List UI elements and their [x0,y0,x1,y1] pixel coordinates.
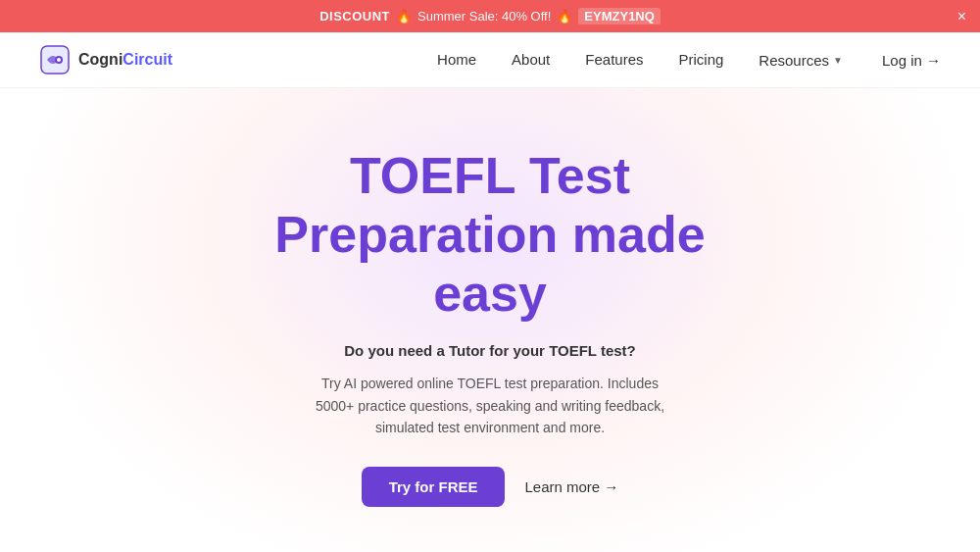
hero-description: Try AI powered online TOEFL test prepara… [314,373,666,438]
banner-emoji2: 🔥 [557,9,572,24]
cta-group: Try for FREE Learn more → [39,467,941,507]
nav-resources[interactable]: Resources [759,52,829,69]
navbar: CogniCircuit Home About Features Pricing… [0,32,980,88]
nav-pricing[interactable]: Pricing [678,51,723,68]
nav-about[interactable]: About [512,51,550,68]
hero-subtitle: Do you need a Tutor for your TOEFL test? [39,342,941,359]
logo-text: CogniCircuit [78,51,172,69]
chevron-down-icon: ▼ [833,55,843,66]
nav-home[interactable]: Home [437,51,476,68]
logo-link[interactable]: CogniCircuit [39,44,172,75]
banner-emoji1: 🔥 [396,9,412,24]
discount-label: DISCOUNT [319,9,390,24]
banner-text: Summer Sale: 40% Off! [417,9,551,24]
logo-icon [39,44,71,75]
login-button[interactable]: Log in → [882,52,941,69]
nav-features[interactable]: Features [585,51,643,68]
learn-more-link[interactable]: Learn more → [524,478,618,495]
nav-links: Home About Features Pricing Resources ▼ [437,51,843,69]
discount-banner: DISCOUNT 🔥 Summer Sale: 40% Off! 🔥 EYMZY… [0,0,980,32]
hero-headline: TOEFL Test Preparation made easy [39,147,941,323]
try-free-button[interactable]: Try for FREE [362,467,506,507]
banner-close-button[interactable]: × [957,9,966,25]
promo-code: EYMZY1NQ [578,8,661,25]
hero-section: TOEFL Test Preparation made easy Do you … [0,88,980,552]
svg-point-2 [57,58,61,62]
